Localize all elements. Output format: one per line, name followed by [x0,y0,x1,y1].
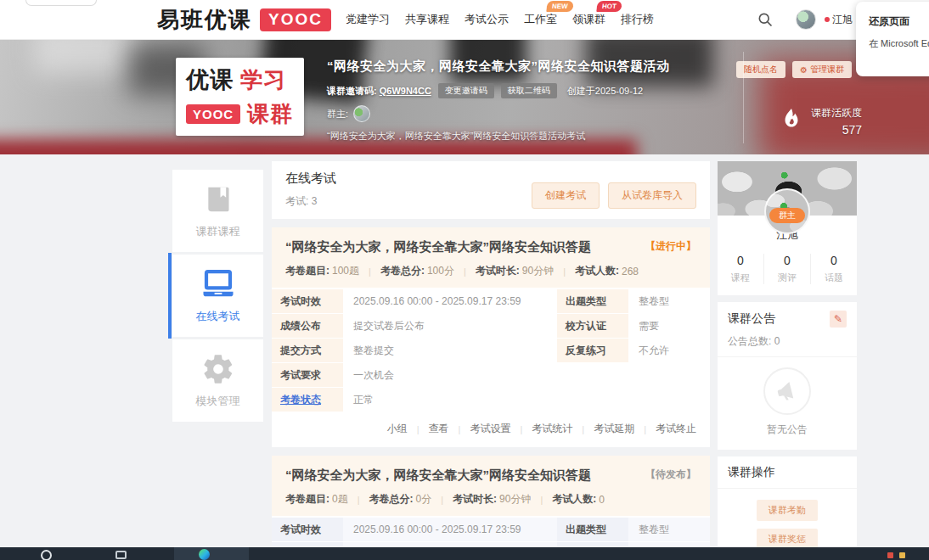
group-attendance-button[interactable]: 课群考勤 [757,500,818,521]
exam-title[interactable]: “网络安全为大家，网络安全靠大家”网络安全知识答题 [285,468,591,484]
edit-announcement-button[interactable]: ✎ [830,311,847,328]
exam-detail-row: 提交方式整卷提交 反复练习不允许 [272,339,710,362]
edit-icon: ✎ [834,314,842,324]
windows-taskbar [0,547,929,560]
owner-avatar[interactable] [353,105,370,122]
logo-yooc-badge: YOOC [186,104,240,124]
nav-item-shared-courses[interactable]: 共享课程 [397,12,457,27]
owner-label: 群主: [327,108,348,120]
taskbar-search-icon[interactable] [41,550,52,560]
username: 江旭 [832,13,853,27]
top-navbar: 易班优课 YOOC 党建学习 共享课程 考试公示 工作室NEW 领课群HOT 排… [0,0,929,40]
stat-topics[interactable]: 0 话题 [810,254,857,284]
activity-value: 577 [842,123,862,137]
announcement-title: 课群公告 [728,311,775,327]
exam-detail-row: 考试时效2025.09.16 00:00 - 2025.09.17 23:59 … [272,289,710,313]
popup-title: 还原页面 [869,14,929,29]
invite-code[interactable]: Q6W9N4CC [380,86,431,96]
created-date: 创建于2025-09-12 [567,85,643,98]
logo-line1-red: 学习 [240,65,286,95]
status-badge-pending: 【待发布】 [645,468,696,482]
create-exam-button[interactable]: 创建考试 [532,182,600,209]
flame-icon [778,106,805,133]
exam-detail-row: 考试要求一次机会 [272,363,710,387]
nav-item-studio[interactable]: 工作室NEW [516,12,565,27]
group-rewards-button[interactable]: 课群奖惩 [757,529,818,547]
action-exam-terminate[interactable]: 考试终止 [656,422,696,436]
logo-badge: YOOC [260,8,331,31]
import-from-bank-button[interactable]: 从试卷库导入 [608,182,696,209]
announcement-card: 课群公告 ✎ 公告总数: 0 暂无公告 [718,302,857,450]
edge-restore-popup[interactable]: 还原页面 在 Microsoft Edge 关 [856,2,929,76]
exam-detail-row: 考试时效2025.09.16 00:00 - 2025.09.17 23:59 … [272,518,710,541]
tray-icon-yellow[interactable] [899,552,905,558]
sidebar-item-online-exam[interactable]: 在线考试 [172,255,263,337]
banner-divider [743,52,744,143]
group-operations-card: 课群操作 课群考勤 课群奖惩 [718,456,857,547]
group-activity: 课群活跃度 577 [778,106,862,137]
exam-actions: 小组| 查看| 考试设置| 考试统计| 考试延期| 考试终止 [272,412,710,447]
sidebar-item-group-courses[interactable]: 课群课程 [172,170,263,252]
exam-detail-row: 成绩公布提交试卷后公布 校方认证需要 [272,314,710,338]
exam-count: 考试: 3 [285,194,336,209]
operations-title: 课群操作 [728,465,775,480]
owner-profile-card: 群主 江旭 0 课程 0 测评 0 话题 [718,161,857,295]
popup-body: 在 Microsoft Edge 关 [869,37,929,50]
exam-card-pending: “网络安全为大家，网络安全靠大家”网络安全知识答题 【待发布】 考卷题目:0题 … [272,456,710,547]
group-title: “网络安全为大家，网络安全靠大家”网络安全知识答题活动 [327,59,670,75]
nav-item-get-group[interactable]: 领课群HOT [565,12,613,27]
nav-menu: 党建学习 共享课程 考试公示 工作室NEW 领课群HOT 排行榜 [338,12,662,27]
group-info: “网络安全为大家，网络安全靠大家”网络安全知识答题活动 课群邀请码: Q6W9N… [327,59,670,143]
user-avatar[interactable] [796,9,816,30]
action-view[interactable]: 查看 [429,422,449,436]
notification-dot-icon [825,17,830,22]
site-logo[interactable]: 易班优课 YOOC [157,5,331,35]
panel-title: 在线考试 [285,171,336,187]
change-invite-code-button[interactable]: 变更邀请码 [438,83,494,98]
nav-item-party-study[interactable]: 党建学习 [338,12,397,27]
megaphone-icon [763,367,811,415]
stat-assessments[interactable]: 0 测评 [763,254,810,284]
search-icon[interactable] [757,11,774,28]
group-description: “网络安全为大家，网络安全靠大家”网络安全知识答题活动考试 [327,130,670,143]
action-exam-settings[interactable]: 考试设置 [470,422,510,436]
exam-panel: 在线考试 考试: 3 创建考试 从试卷库导入 “网络安全为大家，网络安全靠大家”… [272,161,710,547]
book-icon [201,182,235,216]
hot-badge: HOT [596,1,622,12]
announcement-empty: 暂无公告 [728,423,847,437]
module-sidebar: 课群课程 在线考试 模块管理 [172,170,263,424]
action-exam-extend[interactable]: 考试延期 [594,422,634,436]
paper-status-link[interactable]: 考卷状态 [272,388,343,412]
tray-icon-red[interactable] [887,552,893,558]
exam-title[interactable]: “网络安全为大家，网络安全靠大家”网络安全知识答题 [285,239,591,255]
stat-courses[interactable]: 0 课程 [718,254,763,284]
right-sidebar: 群主 江旭 0 课程 0 测评 0 话题 课群公告 ✎ [718,161,857,547]
main-content: 课群课程 在线考试 模块管理 在线考试 考试: 3 创建考试 从试卷库导入 [0,154,929,547]
logo-text: 易班优课 [157,5,252,35]
exam-panel-header: 在线考试 考试: 3 创建考试 从试卷库导入 [272,161,710,219]
nav-item-ranking[interactable]: 排行榜 [613,12,662,27]
course-group-banner: 优课 学习 YOOC 课群 “网络安全为大家，网络安全靠大家”网络安全知识答题活… [0,40,929,154]
status-badge-ongoing: 【进行中】 [645,239,696,254]
owner-role-badge: 群主 [769,208,805,223]
action-exam-statistics[interactable]: 考试统计 [532,422,572,436]
manage-group-button[interactable]: ⚙管理课群 [792,61,852,78]
sidebar-item-module-management[interactable]: 模块管理 [172,339,263,422]
task-view-icon[interactable] [115,551,127,559]
gear-icon [201,352,235,386]
gear-icon: ⚙ [800,65,808,75]
logo-line2-red: 课群 [247,99,293,129]
edge-browser-icon[interactable] [199,549,210,560]
active-app-slot [174,547,249,560]
user-menu[interactable]: 江旭 [825,13,853,27]
nav-item-exam-publicity[interactable]: 考试公示 [457,12,516,27]
new-badge: NEW [547,1,574,12]
activity-label: 课群活跃度 [811,106,862,120]
invite-code-label: 课群邀请码: [327,85,377,98]
exam-detail-row: 考卷状态正常 [272,388,710,412]
logo-line1-black: 优课 [186,64,234,95]
get-qrcode-button[interactable]: 获取二维码 [501,83,557,98]
yooc-study-group-logo: 优课 学习 YOOC 课群 [176,58,304,136]
action-group[interactable]: 小组 [387,422,408,436]
browser-tab-fragment [25,0,97,6]
